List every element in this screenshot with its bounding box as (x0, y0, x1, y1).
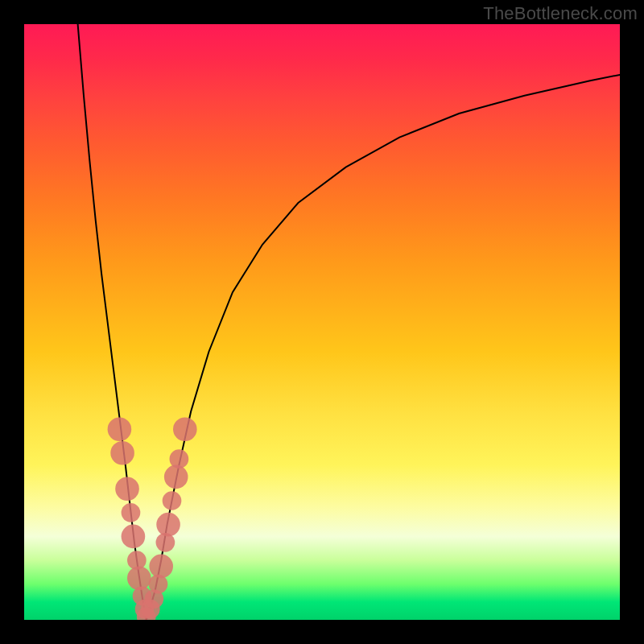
marker-dot (164, 465, 188, 489)
marker-dot (108, 417, 132, 441)
curve-right-branch (147, 75, 620, 620)
marker-dot (170, 449, 189, 469)
marker-dot (115, 477, 139, 501)
marker-dot (173, 417, 197, 441)
marker-dot (163, 491, 182, 510)
marker-dot (110, 441, 134, 465)
chart-frame: TheBottleneck.com (0, 0, 644, 644)
marker-dot (127, 566, 151, 590)
marker-dot (122, 503, 141, 522)
curve-layer (24, 24, 620, 620)
marker-dot (122, 525, 146, 549)
marker-dot (149, 555, 173, 579)
marker-dot (156, 513, 180, 537)
watermark: TheBottleneck.com (483, 3, 638, 24)
plot-area (24, 24, 620, 620)
